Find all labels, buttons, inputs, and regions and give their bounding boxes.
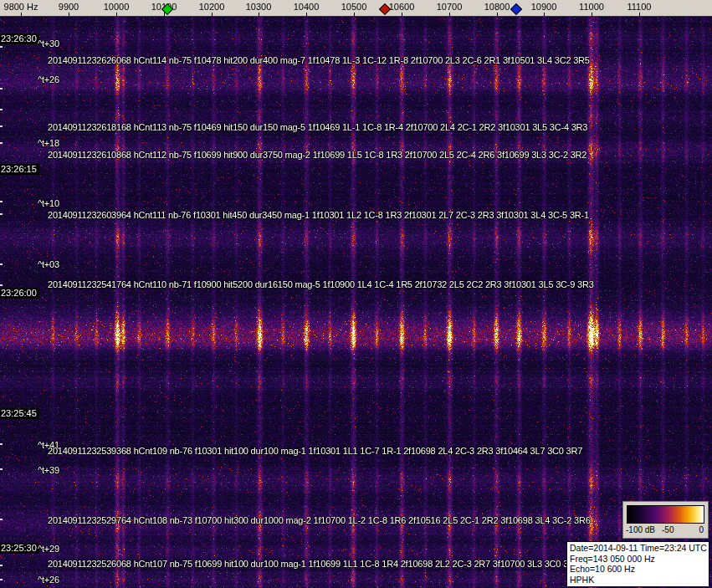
frequency-ruler: 9800 Hz990010000101001020010300104001050… <box>0 0 712 17</box>
info-panel: Date=2014-09-11 Time=23:24 UTC Freq=143 … <box>566 541 709 587</box>
info-station-id: HPHK <box>570 575 709 585</box>
db-scale-min-label: -100 dB <box>626 525 655 534</box>
info-frequency: Freq=143 050 000 Hz <box>570 554 709 565</box>
freq-tick-mark <box>69 13 69 16</box>
freq-tick-label: 9900 <box>59 2 79 12</box>
info-date-time: Date=2014-09-11 Time=23:24 UTC <box>570 543 709 554</box>
blue-freq-marker[interactable] <box>510 3 522 15</box>
db-scale-legend: -100 dB -50 0 <box>622 501 709 539</box>
freq-tick-label: 10300 <box>246 2 272 12</box>
color-gradient-bar <box>627 505 704 524</box>
db-scale-max-label: 0 <box>699 525 704 534</box>
spectrogram-canvas <box>0 17 712 588</box>
freq-tick-mark <box>116 13 117 16</box>
freq-tick-label: 10700 <box>437 2 463 12</box>
freq-tick-mark <box>21 13 22 16</box>
freq-tick-mark <box>402 13 402 16</box>
freq-tick-mark <box>212 13 213 16</box>
freq-tick-mark <box>497 13 498 16</box>
freq-tick-label: 11000 <box>579 2 604 12</box>
freq-tick-label: 10900 <box>531 2 557 12</box>
freq-tick-label: 10600 <box>389 2 415 12</box>
db-scale-mid-label: -50 <box>662 525 674 534</box>
freq-tick-mark <box>449 13 450 16</box>
freq-tick-mark <box>354 13 355 16</box>
freq-tick-label: 10500 <box>341 2 367 12</box>
freq-tick-label: 11100 <box>627 2 652 12</box>
freq-tick-mark <box>639 13 640 16</box>
info-echo: Echo=10 600 Hz <box>570 564 709 575</box>
freq-tick-label: 10800 <box>484 2 510 12</box>
freq-tick-mark <box>544 13 545 16</box>
freq-tick-label: 9800 Hz <box>4 2 38 12</box>
freq-tick-label: 10200 <box>199 2 225 12</box>
freq-tick-mark <box>259 13 259 16</box>
freq-tick-label: 10400 <box>294 2 320 12</box>
freq-tick-mark <box>592 13 592 16</box>
meteor-echo-spectrogram-window: 9800 Hz990010000101001020010300104001050… <box>0 0 712 588</box>
freq-tick-label: 10000 <box>104 2 130 12</box>
freq-tick-mark <box>306 13 307 16</box>
